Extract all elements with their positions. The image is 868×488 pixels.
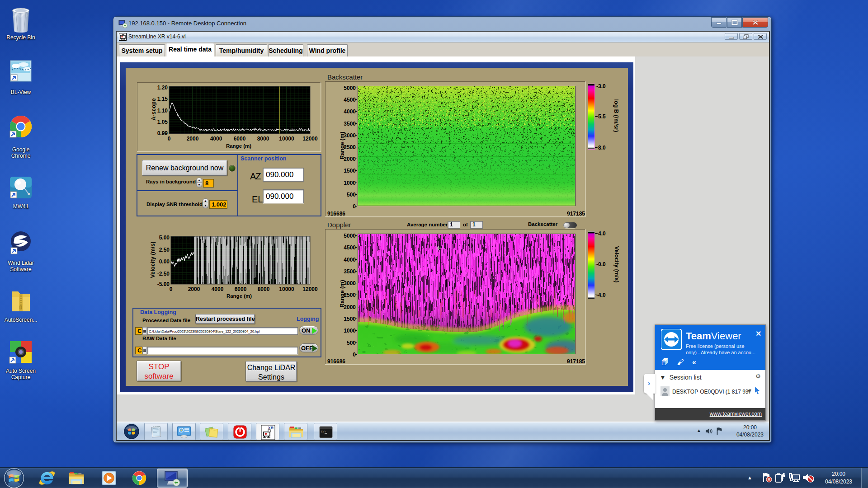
svg-text:C:\: C:\ [321, 430, 326, 433]
